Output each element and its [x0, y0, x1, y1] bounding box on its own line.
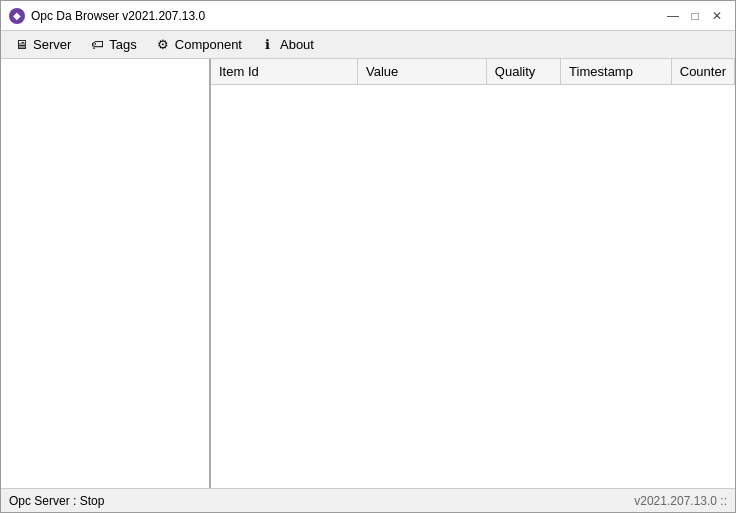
column-header-value: Value [358, 59, 487, 84]
table-header: Item Id Value Quality Timestamp Counter [211, 59, 735, 85]
menu-label-component: Component [175, 37, 242, 52]
title-bar-left: ◆ Opc Da Browser v2021.207.13.0 [9, 8, 205, 24]
window-controls: — □ ✕ [663, 6, 727, 26]
tags-icon: 🏷 [89, 37, 105, 53]
component-icon: ⚙ [155, 37, 171, 53]
close-button[interactable]: ✕ [707, 6, 727, 26]
left-panel[interactable] [1, 59, 211, 488]
menu-item-tags[interactable]: 🏷 Tags [81, 34, 144, 56]
status-version: v2021.207.13.0 :: [634, 494, 727, 508]
maximize-button[interactable]: □ [685, 6, 705, 26]
minimize-button[interactable]: — [663, 6, 683, 26]
menu-label-tags: Tags [109, 37, 136, 52]
status-server: Opc Server : Stop [9, 494, 104, 508]
column-header-item-id: Item Id [211, 59, 358, 84]
main-window: ◆ Opc Da Browser v2021.207.13.0 — □ ✕ 🖥 … [0, 0, 736, 513]
title-bar: ◆ Opc Da Browser v2021.207.13.0 — □ ✕ [1, 1, 735, 31]
window-title: Opc Da Browser v2021.207.13.0 [31, 9, 205, 23]
menu-item-server[interactable]: 🖥 Server [5, 34, 79, 56]
status-bar: Opc Server : Stop v2021.207.13.0 :: [1, 488, 735, 512]
column-header-quality: Quality [487, 59, 561, 84]
column-header-timestamp: Timestamp [561, 59, 672, 84]
right-panel: Item Id Value Quality Timestamp Counter [211, 59, 735, 488]
menu-item-component[interactable]: ⚙ Component [147, 34, 250, 56]
menu-label-about: About [280, 37, 314, 52]
app-icon: ◆ [9, 8, 25, 24]
menu-bar: 🖥 Server 🏷 Tags ⚙ Component ℹ About [1, 31, 735, 59]
table-body[interactable] [211, 85, 735, 488]
content-area: Item Id Value Quality Timestamp Counter [1, 59, 735, 488]
menu-item-about[interactable]: ℹ About [252, 34, 322, 56]
server-icon: 🖥 [13, 37, 29, 53]
about-icon: ℹ [260, 37, 276, 53]
menu-label-server: Server [33, 37, 71, 52]
column-header-counter: Counter [672, 59, 735, 84]
